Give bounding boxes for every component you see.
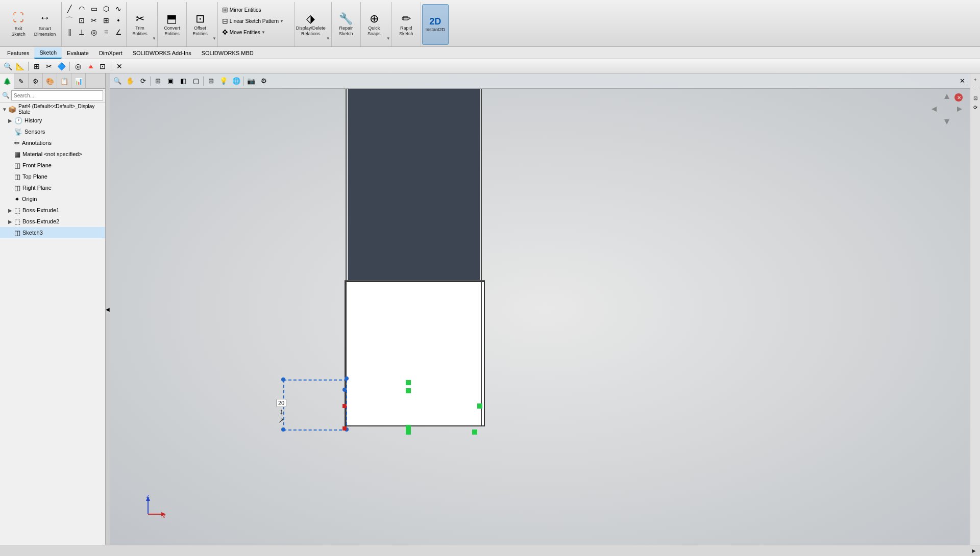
display-delete-arrow[interactable]: ▼ [326,36,330,41]
tree-item-right-plane[interactable]: ◫ Right Plane [0,182,105,193]
tb2-btn-3[interactable]: ⊞ [31,61,42,72]
move-entities-arrow[interactable]: ▼ [261,30,265,35]
tree-item-sketch3[interactable]: ◫ Sketch3 [0,227,105,238]
rtb-zoom-out[interactable]: − [971,85,979,93]
vp-wireframe-button[interactable]: ⊞ [152,75,163,87]
menu-sw-addins[interactable]: SOLIDWORKS Add-Ins [128,47,197,59]
tab-custom-properties[interactable]: 📋 [57,73,71,89]
quick-snaps-button[interactable]: ⊕ Quick Snaps [362,4,386,45]
instant2d-button[interactable]: 2D Instant2D [422,4,449,45]
constraint4-button[interactable]: = [101,27,112,38]
polygon-tool-button[interactable]: ⬡ [101,3,112,14]
instant2d-label: Instant2D [425,27,445,33]
tree-item-material[interactable]: ▦ Material <not specified> [0,148,105,160]
trim-small-button[interactable]: ✂ [88,15,100,26]
history-expand-icon[interactable]: ▶ [8,118,14,123]
rapid-sketch-button[interactable]: ✏ Rapid Sketch [393,4,420,45]
tree-item-origin[interactable]: ✦ Origin [0,193,105,205]
rect-tool-button[interactable]: ▭ [88,3,100,14]
trim-entities-button[interactable]: ✂ Trim Entities [128,4,152,45]
trim-dropdown-arrow[interactable]: ▼ [152,36,156,41]
tree-root[interactable]: ▼ 📦 Part4 (Default<<Default>_Display Sta… [0,104,105,115]
offset-entities-button[interactable]: ⊡ Offset Entities [188,4,212,45]
fillet-tool-button[interactable]: ⌒ [64,15,75,26]
panel-collapse-button[interactable]: ◀ [106,73,110,545]
boss2-expand-icon[interactable]: ▶ [8,219,14,224]
menu-features[interactable]: Features [2,47,34,59]
tab-mbd[interactable]: 📊 [71,73,86,89]
display-delete-relations-button[interactable]: ⬗ Display/Delete Relations [296,4,326,45]
boss1-label: Boss-Extrude1 [22,207,59,213]
vp-rotate-button[interactable]: ⟳ [137,75,149,87]
tab-feature-tree[interactable]: 🌲 [0,73,14,89]
arc-tool-button[interactable]: ◠ [76,3,87,14]
tb2-btn-1[interactable]: 🔍 [2,61,13,72]
rtb-rotate[interactable]: ⟳ [971,103,979,111]
rtb-zoom-in[interactable]: + [971,75,979,84]
tb2-btn-4[interactable]: ✂ [43,61,55,72]
linear-sketch-pattern-button[interactable]: ⊟ Linear Sketch Pattern ▼ [220,15,291,27]
vp-section-button[interactable]: ⊟ [205,75,216,87]
line-tool-button[interactable]: ╱ [64,3,75,14]
tree-search-input[interactable] [11,90,103,100]
viewport[interactable]: 🔍 ✋ ⟳ ⊞ ▣ ◧ ▢ ⊟ 💡 🌐 📷 ⚙ ✕ [110,73,980,545]
tab-appearance[interactable]: 🎨 [43,73,57,89]
dimension-cursor: 20 ↕ ↗ [276,399,286,424]
root-expand-icon[interactable]: ▼ [2,107,8,112]
tab-property-manager[interactable]: ✎ [14,73,29,89]
tb2-btn-5[interactable]: 🔷 [56,61,67,72]
tb2-btn-2[interactable]: 📐 [14,61,26,72]
menu-sketch[interactable]: Sketch [34,47,62,59]
repair-sketch-button[interactable]: 🔧 Repair Sketch [333,4,359,45]
linear-sketch-arrow[interactable]: ▼ [280,19,284,23]
mirror-entities-button[interactable]: ⊞ Mirror Entities [220,4,291,15]
constraint3-button[interactable]: ◎ [88,27,100,38]
spline-tool-button[interactable]: ∿ [113,3,124,14]
tab-config-manager[interactable]: ⚙ [29,73,43,89]
vp-shaded-edges-button[interactable]: ◧ [178,75,189,87]
vp-hidden-button[interactable]: ▢ [190,75,202,87]
exit-sketch-button[interactable]: ⛶ Exit Sketch [5,4,32,45]
offset-tool-button[interactable]: ⊡ [76,15,87,26]
vp-settings-button[interactable]: ⚙ [258,75,270,87]
display-delete-icon: ⬗ [306,12,315,26]
vp-zoom-button[interactable]: 🔍 [112,75,123,87]
offset-dropdown-arrow[interactable]: ▼ [212,36,216,41]
tb2-btn-8[interactable]: ⊡ [97,61,108,72]
smart-dimension-button[interactable]: ↔ Smart Dimension [32,4,58,45]
vp-pan-button[interactable]: ✋ [125,75,136,87]
move-entities-button[interactable]: ✥ Move Entities ▼ [220,27,291,38]
tb2-btn-6[interactable]: ◎ [72,61,84,72]
right-side-toolbar: + − ⊡ ⟳ [970,73,980,545]
tree-item-boss-extrude2[interactable]: ▶ ⬚ Boss-Extrude2 [0,216,105,227]
tree-item-history[interactable]: ▶ 🕐 History [0,115,105,126]
trim-entities-icon: ✂ [135,12,144,26]
menu-evaluate[interactable]: Evaluate [62,47,94,59]
constraint1-button[interactable]: ‖ [64,27,75,38]
menu-dimxpert[interactable]: DimXpert [94,47,128,59]
constraint2-button[interactable]: ⊥ [76,27,87,38]
vp-camera-button[interactable]: 📷 [246,75,257,87]
convert-entities-button[interactable]: ⬒ Convert Entities [159,4,185,45]
quick-snaps-arrow[interactable]: ▼ [386,36,390,41]
constraint5-button[interactable]: ∠ [113,27,124,38]
menu-sw-mbd[interactable]: SOLIDWORKS MBD [197,47,259,59]
rtb-fit[interactable]: ⊡ [971,94,979,102]
mirror-small-button[interactable]: ⊞ [101,15,112,26]
tree-item-annotations[interactable]: ✏ Annotations [0,137,105,148]
boss1-expand-icon[interactable]: ▶ [8,208,14,213]
main-toolbar: ⛶ Exit Sketch ↔ Smart Dimension ╱ ◠ ▭ ⬡ … [0,0,980,47]
tree-item-front-plane[interactable]: ◫ Front Plane [0,160,105,171]
tree-item-top-plane[interactable]: ◫ Top Plane [0,171,105,182]
point-tool-button[interactable]: • [113,15,124,26]
vp-shaded-button[interactable]: ▣ [165,75,176,87]
statusbar-scroll-right[interactable]: ▶ [972,548,976,553]
vp-render-button[interactable]: 🌐 [231,75,242,87]
vp-close-button[interactable]: ✕ [957,75,968,87]
tb2-btn-7[interactable]: 🔺 [85,61,96,72]
tb2-btn-close[interactable]: ✕ [114,61,125,72]
tree-item-sensors[interactable]: 📡 Sensors [0,126,105,137]
vp-lights-button[interactable]: 💡 [218,75,229,87]
status-bar: ▶ [0,545,980,556]
tree-item-boss-extrude1[interactable]: ▶ ⬚ Boss-Extrude1 [0,205,105,216]
